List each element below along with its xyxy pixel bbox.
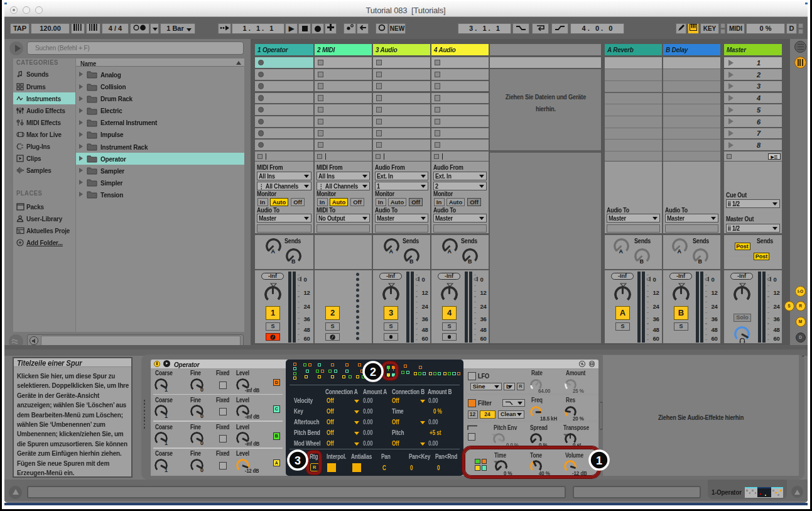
svg-text:2: 2 [370,365,376,378]
svg-text:3: 3 [294,454,300,467]
svg-text:1: 1 [595,454,602,467]
